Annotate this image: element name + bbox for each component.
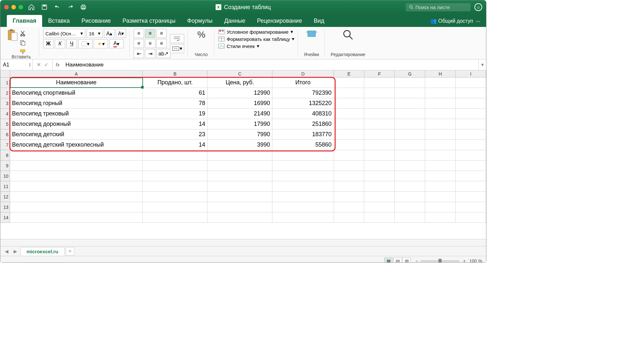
add-sheet-button[interactable]: ＋ — [66, 247, 74, 256]
cell[interactable] — [395, 140, 425, 150]
cell[interactable] — [208, 192, 272, 202]
cell[interactable] — [272, 171, 334, 181]
cell[interactable]: 408310 — [272, 109, 334, 119]
cell[interactable] — [456, 181, 486, 192]
row-header[interactable]: 1 — [0, 78, 10, 88]
cell[interactable] — [395, 119, 425, 129]
cell[interactable] — [364, 78, 395, 88]
cell[interactable] — [456, 212, 486, 223]
row-header[interactable]: 10 — [0, 171, 10, 181]
cell[interactable] — [143, 150, 208, 161]
select-all-corner[interactable] — [0, 70, 10, 77]
cell[interactable] — [334, 78, 364, 88]
format-painter-icon[interactable] — [20, 49, 26, 54]
cell[interactable] — [456, 119, 486, 129]
cell[interactable] — [364, 140, 395, 150]
save-icon[interactable] — [41, 4, 48, 10]
cell[interactable] — [395, 161, 425, 171]
cell[interactable] — [364, 88, 395, 98]
wrap-text-button[interactable] — [170, 34, 184, 43]
cell[interactable] — [425, 119, 456, 129]
cell[interactable] — [425, 88, 456, 98]
cell[interactable]: Велосипед детский — [10, 129, 143, 140]
cell[interactable] — [364, 202, 395, 212]
cell[interactable] — [334, 150, 364, 161]
maximize-window-button[interactable] — [18, 5, 23, 9]
cell[interactable] — [334, 98, 364, 109]
col-header[interactable]: I — [456, 70, 486, 77]
cell[interactable]: 61 — [143, 88, 208, 98]
tab-review[interactable]: Рецензирование — [251, 15, 308, 27]
page-break-view-button[interactable]: ▥ — [402, 257, 411, 263]
cell[interactable] — [425, 192, 456, 202]
row-header[interactable]: 9 — [0, 161, 10, 171]
col-header[interactable]: F — [364, 70, 395, 77]
cell[interactable] — [10, 181, 143, 192]
row-header[interactable]: 13 — [0, 202, 10, 212]
cell[interactable] — [208, 202, 272, 212]
format-as-table-button[interactable]: Форматировать как таблицу ▾ — [218, 36, 294, 42]
cell[interactable] — [143, 181, 208, 192]
cell[interactable] — [395, 181, 425, 192]
cell[interactable] — [272, 150, 334, 161]
cell[interactable] — [395, 202, 425, 212]
tab-view[interactable]: Вид — [308, 15, 330, 27]
cell[interactable] — [456, 98, 486, 109]
cell[interactable] — [334, 202, 364, 212]
col-header[interactable]: H — [425, 70, 456, 77]
cell[interactable] — [395, 171, 425, 181]
paste-button[interactable] — [7, 29, 18, 41]
cell[interactable] — [334, 129, 364, 140]
redo-icon[interactable] — [67, 4, 74, 10]
row-header[interactable]: 11 — [0, 181, 10, 192]
cell[interactable] — [425, 202, 456, 212]
increase-indent-button[interactable]: ⇥ — [145, 49, 155, 58]
cell[interactable] — [395, 98, 425, 109]
font-color-button[interactable]: А▾ — [109, 39, 124, 48]
cell[interactable]: 792390 — [272, 88, 334, 98]
cell[interactable]: 1325220 — [272, 98, 334, 109]
cell[interactable] — [334, 161, 364, 171]
cell[interactable] — [456, 150, 486, 161]
decrease-font-button[interactable]: A▾ — [116, 29, 126, 38]
cell[interactable] — [143, 202, 208, 212]
align-left-button[interactable]: ≡ — [134, 39, 144, 48]
cell[interactable] — [208, 161, 272, 171]
font-name-combo[interactable]: Calibri (Осн…▾ — [43, 29, 85, 38]
cell[interactable]: 251860 — [272, 119, 334, 129]
cell[interactable]: Велосипед спортивный — [10, 88, 143, 98]
home-icon[interactable] — [28, 4, 35, 10]
cell[interactable] — [425, 109, 456, 119]
fill-color-button[interactable]: ▾ — [94, 39, 108, 48]
cell-styles-button[interactable]: Стили ячеек ▾ — [218, 43, 294, 49]
editing-button[interactable] — [328, 29, 367, 41]
cell[interactable] — [395, 88, 425, 98]
cell[interactable] — [334, 192, 364, 202]
align-bottom-button[interactable]: ≡ — [156, 29, 167, 38]
cell[interactable]: Наименование — [10, 78, 143, 88]
tab-page-layout[interactable]: Разметка страницы — [117, 15, 181, 27]
cell[interactable] — [456, 140, 486, 150]
cell[interactable]: 78 — [143, 98, 208, 109]
align-middle-button[interactable]: ≡ — [145, 29, 155, 38]
cell[interactable] — [456, 78, 486, 88]
cell[interactable] — [208, 171, 272, 181]
cell[interactable] — [395, 129, 425, 140]
col-header[interactable]: D — [272, 70, 334, 77]
merge-button[interactable]: ▾ — [170, 44, 184, 53]
align-center-button[interactable]: ≡ — [145, 39, 155, 48]
undo-icon[interactable] — [54, 4, 61, 10]
cell[interactable] — [272, 202, 334, 212]
feedback-icon[interactable]: ☺ — [474, 3, 482, 11]
cell[interactable] — [425, 181, 456, 192]
cell[interactable] — [425, 171, 456, 181]
bold-button[interactable]: Ж — [43, 39, 54, 48]
underline-button[interactable]: Ч — [66, 39, 77, 48]
col-header[interactable]: B — [143, 70, 208, 77]
cell[interactable] — [364, 150, 395, 161]
row-header[interactable]: 3 — [0, 98, 10, 109]
cell[interactable]: Цена, руб. — [208, 78, 272, 88]
zoom-level[interactable]: 100 % — [469, 258, 482, 263]
cell[interactable] — [395, 78, 425, 88]
cell[interactable]: Велосипед трековый — [10, 109, 143, 119]
